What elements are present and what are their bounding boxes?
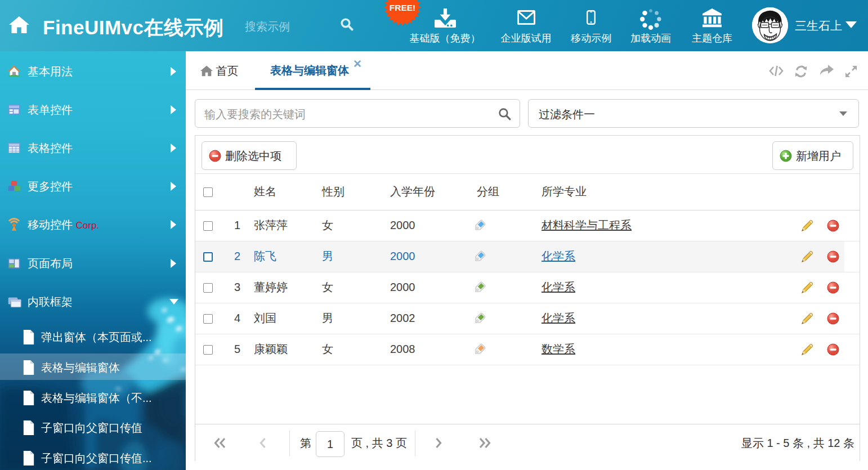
svg-text:FREE!: FREE! xyxy=(390,3,416,12)
